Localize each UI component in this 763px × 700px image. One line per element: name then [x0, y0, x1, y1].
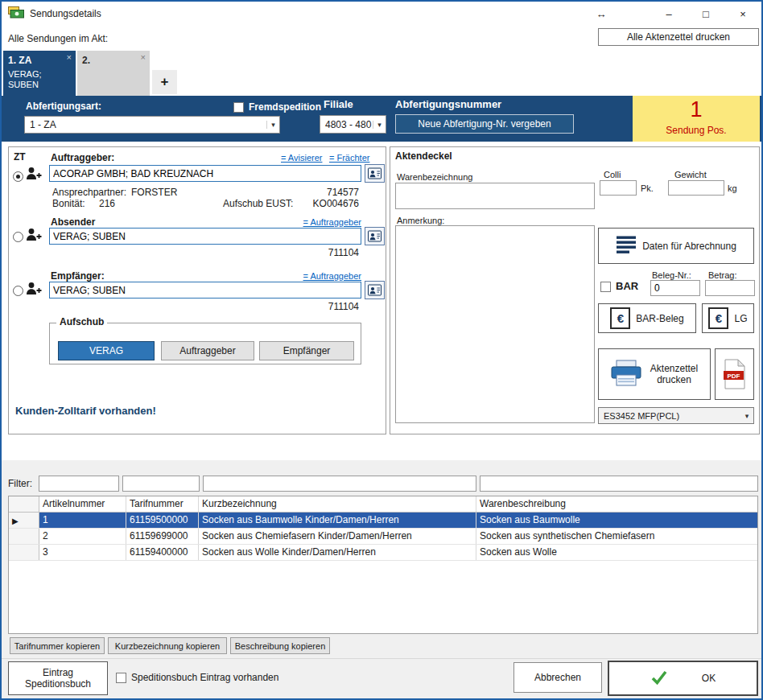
- row-indicator-header: [9, 496, 39, 512]
- tab-sendung-1[interactable]: 1. ZA VERAG; SUBEN ×: [3, 51, 76, 96]
- ok-button[interactable]: OK: [608, 661, 758, 696]
- column-header-warenbeschreibung[interactable]: Warenbeschreibung: [476, 496, 757, 512]
- empfaenger-label: Empfänger:: [51, 270, 105, 282]
- cell-kurzbezeichnung[interactable]: Socken aus Chemiefasern Kinder/Damen/Her…: [199, 529, 476, 544]
- filter-warenbeschreibung-input[interactable]: [480, 476, 758, 492]
- avisierer-link[interactable]: = Avisierer: [281, 153, 322, 163]
- column-header-artikelnummer[interactable]: Artikelnummer: [39, 496, 126, 512]
- cell-warenbeschreibung[interactable]: Socken aus Baumwolle: [476, 513, 757, 528]
- absender-number: 711104: [274, 247, 359, 258]
- filter-artikelnummer-input[interactable]: [39, 476, 119, 492]
- column-header-kurzbezeichnung[interactable]: Kurzbezeichnung: [199, 496, 476, 512]
- aufschub-verag-button[interactable]: VERAG: [58, 341, 155, 360]
- pdf-button[interactable]: PDF: [715, 348, 754, 400]
- aufschub-auftraggeber-button[interactable]: Auftraggeber: [161, 341, 254, 360]
- person-add-icon[interactable]: [25, 281, 43, 298]
- aufschub-empfaenger-button[interactable]: Empfänger: [259, 341, 354, 360]
- gewicht-input[interactable]: [668, 180, 724, 196]
- contact-card-button[interactable]: [365, 281, 385, 299]
- beleg-nr-input[interactable]: [650, 280, 700, 296]
- artikel-table: Artikelnummer Tarifnummer Kurzbezeichnun…: [8, 496, 758, 634]
- absender-input[interactable]: [49, 228, 361, 245]
- filter-kurzbezeichnung-input[interactable]: [203, 476, 476, 492]
- warenbezeichnung-label: Warenbezeichnung: [397, 172, 472, 182]
- cell-tarifnummer[interactable]: 61159500000: [126, 513, 199, 528]
- colli-input[interactable]: [600, 180, 637, 196]
- tab-label: 2.: [77, 51, 150, 66]
- filiale-select[interactable]: 4803 - 480 ▾: [320, 115, 386, 134]
- cell-tarifnummer[interactable]: 61159699000: [126, 529, 199, 544]
- abfertigungsart-select[interactable]: 1 - ZA ▾: [24, 116, 280, 134]
- warenbezeichnung-input[interactable]: [395, 183, 595, 209]
- zt-radio-empfaenger[interactable]: [13, 286, 23, 296]
- abbrechen-button[interactable]: Abbrechen: [513, 662, 602, 693]
- table-row[interactable]: 3 61159400000 Socken aus Wolle Kinder/Da…: [9, 545, 757, 561]
- betrag-input[interactable]: [705, 280, 755, 296]
- filter-tarifnummer-input[interactable]: [122, 476, 200, 492]
- speditionsbuch-checkbox[interactable]: [116, 673, 126, 683]
- auftraggeber-input[interactable]: [49, 165, 361, 182]
- tab-sendung-2[interactable]: 2. ×: [77, 51, 150, 96]
- eintrag-speditionsbuch-button[interactable]: Eintrag Speditionsbuch: [8, 661, 108, 695]
- table-row[interactable]: 2 61159699000 Socken aus Chemiefasern Ki…: [9, 529, 757, 545]
- aktenzettel-drucken-button[interactable]: Aktenzettel drucken: [598, 348, 711, 400]
- empfaenger-number: 711104: [274, 301, 359, 312]
- cell-warenbeschreibung[interactable]: Socken aus Wolle: [476, 545, 757, 560]
- contact-card-button[interactable]: [365, 227, 385, 245]
- anmerkung-textarea[interactable]: [395, 225, 595, 423]
- zt-radio-auftraggeber[interactable]: [13, 171, 23, 182]
- bar-label: BAR: [616, 280, 638, 292]
- contact-card-button[interactable]: [365, 164, 385, 183]
- printer-select[interactable]: ES3452 MFP(PCL) ▾: [598, 407, 754, 424]
- sendung-pos-panel: 1 Sendung Pos.: [633, 96, 760, 142]
- kurzbezeichnung-kopieren-button[interactable]: Kurzbezeichnung kopieren: [108, 637, 227, 654]
- absender-auftraggeber-link[interactable]: = Auftraggeber: [274, 217, 361, 227]
- bar-checkbox[interactable]: [600, 282, 611, 292]
- minimize-button[interactable]: –: [650, 2, 687, 26]
- cell-warenbeschreibung[interactable]: Socken aus synthetischen Chemiefasern: [476, 529, 757, 544]
- aktendeckel-panel: Aktendeckel Warenbezeichnung Anmerkung: …: [390, 146, 760, 434]
- beschreibung-kopieren-button[interactable]: Beschreibung kopieren: [230, 637, 330, 654]
- zt-radio-absender[interactable]: [13, 232, 23, 242]
- empfaenger-input[interactable]: [49, 282, 361, 299]
- sendungsdetails-window: Sendungsdetails ↔ – □ × Alle Sendungen i…: [0, 0, 763, 700]
- resize-arrows-icon[interactable]: ↔: [583, 2, 620, 26]
- tab-label: 1. ZA: [3, 51, 76, 66]
- neue-abfertigungsnr-button[interactable]: Neue Abfertigung-Nr. vergeben: [395, 114, 574, 134]
- close-button[interactable]: ×: [724, 2, 761, 26]
- abfertigungsart-value: 1 - ZA: [25, 119, 266, 130]
- chevron-down-icon: ▾: [373, 121, 386, 129]
- current-row-arrow-icon: ▶: [12, 517, 19, 525]
- ansprechpartner-value: FORSTER: [131, 187, 177, 198]
- bar-beleg-button[interactable]: € BAR-Beleg: [598, 303, 696, 333]
- pdf-icon: PDF: [723, 359, 747, 389]
- cell-kurzbezeichnung[interactable]: Socken aus Wolle Kinder/Damen/Herren: [199, 545, 476, 560]
- abfertigungsnummer-label: Abfertigungsnummer: [395, 98, 501, 110]
- beleg-nr-label: Beleg-Nr.:: [652, 270, 691, 280]
- cell-artikelnummer[interactable]: 2: [39, 529, 126, 544]
- close-tab-icon[interactable]: ×: [141, 52, 146, 62]
- empfaenger-auftraggeber-link[interactable]: = Auftraggeber: [274, 271, 361, 281]
- maximize-button[interactable]: □: [687, 2, 724, 26]
- cell-tarifnummer[interactable]: 61159400000: [126, 545, 199, 560]
- aufschub-group-label: Aufschub: [56, 316, 107, 327]
- lg-button[interactable]: € LG: [702, 303, 754, 333]
- abfertigungsart-label: Abfertigungsart:: [26, 101, 101, 112]
- parteien-panel: ZT Auftraggeber: = Avisierer = Frächter …: [8, 146, 386, 434]
- fremdspedition-checkbox[interactable]: [233, 102, 244, 113]
- table-row[interactable]: ▶ 1 61159500000 Socken aus Baumwolle Kin…: [9, 513, 757, 529]
- close-tab-icon[interactable]: ×: [67, 52, 72, 62]
- person-add-icon[interactable]: [25, 166, 43, 183]
- cell-artikelnummer[interactable]: 1: [39, 513, 126, 528]
- fraechter-link[interactable]: = Frächter: [329, 153, 369, 163]
- list-lines-icon: [616, 235, 637, 257]
- cell-kurzbezeichnung[interactable]: Socken aus Baumwolle Kinder/Damen/Herren: [199, 513, 476, 528]
- add-tab-button[interactable]: +: [152, 70, 177, 94]
- tarifnummer-kopieren-button[interactable]: Tarifnummer kopieren: [10, 637, 105, 654]
- daten-fuer-abrechnung-button[interactable]: Daten für Abrechnung: [598, 228, 754, 264]
- alle-aktenzettel-drucken-button[interactable]: Alle Aktenzettel drucken: [598, 28, 759, 46]
- column-header-tarifnummer[interactable]: Tarifnummer: [126, 496, 199, 512]
- anmerkung-label: Anmerkung:: [397, 216, 444, 225]
- cell-artikelnummer[interactable]: 3: [39, 545, 126, 560]
- person-add-icon[interactable]: [25, 227, 43, 244]
